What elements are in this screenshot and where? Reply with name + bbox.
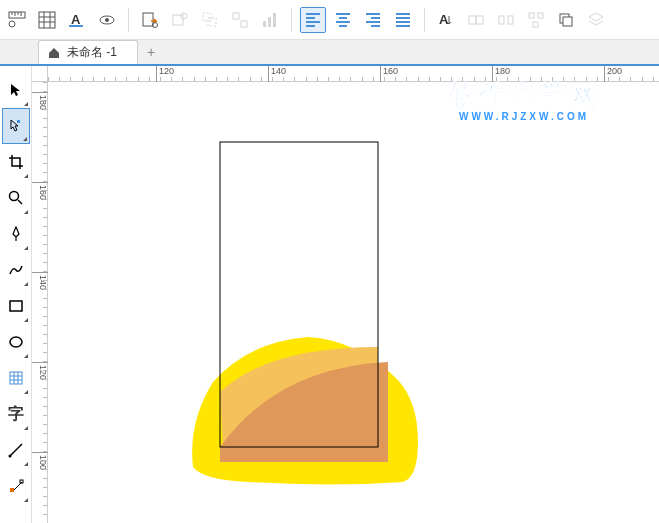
svg-rect-44 <box>476 16 483 24</box>
svg-line-54 <box>18 200 22 204</box>
svg-text:A: A <box>71 12 81 27</box>
export-icon[interactable] <box>137 7 163 33</box>
text-tool[interactable]: 字 <box>2 396 30 432</box>
tab-title: 未命名 -1 <box>67 44 117 61</box>
canvas[interactable]: 软件自学网 WWW.RJZXW.COM <box>48 82 659 523</box>
svg-point-14 <box>105 18 109 22</box>
crop-tool[interactable] <box>2 144 30 180</box>
watermark-sub: WWW.RJZXW.COM <box>449 111 599 122</box>
svg-rect-15 <box>143 13 153 26</box>
align-left-icon[interactable] <box>300 7 326 33</box>
line-tool[interactable] <box>2 432 30 468</box>
watermark-main: 软件自学网 <box>449 80 599 111</box>
svg-point-56 <box>10 337 22 347</box>
ruler-origin[interactable] <box>32 66 48 82</box>
vertical-ruler[interactable]: 18016014012010080 <box>32 82 48 523</box>
home-icon <box>47 46 61 60</box>
group-icon <box>197 7 223 33</box>
ruler-settings-icon[interactable] <box>4 7 30 33</box>
svg-rect-25 <box>273 13 276 27</box>
document-tab[interactable]: 未命名 -1 <box>38 40 138 64</box>
shape-tool[interactable] <box>2 108 30 144</box>
text-direction-icon[interactable]: A <box>433 7 459 33</box>
zoom-tool[interactable] <box>2 180 30 216</box>
align-justify-icon[interactable] <box>390 7 416 33</box>
svg-rect-46 <box>508 16 513 24</box>
table-icon[interactable] <box>34 7 60 33</box>
svg-rect-24 <box>268 17 271 27</box>
svg-rect-20 <box>208 18 216 26</box>
svg-rect-52 <box>17 120 20 123</box>
break-apart-icon <box>493 7 519 33</box>
svg-rect-64 <box>10 488 14 492</box>
separator <box>424 8 425 32</box>
interactive-tool[interactable] <box>2 468 30 504</box>
svg-line-62 <box>10 444 22 456</box>
object-props-icon <box>167 7 193 33</box>
chart-icon <box>257 7 283 33</box>
svg-point-5 <box>9 21 15 27</box>
watermark: 软件自学网 WWW.RJZXW.COM <box>449 77 599 122</box>
layers-icon <box>583 7 609 33</box>
ungroup-icon <box>227 7 253 33</box>
combine-icon <box>463 7 489 33</box>
text-selection-icon[interactable]: A <box>64 7 90 33</box>
rectangle-tool[interactable] <box>2 288 30 324</box>
svg-rect-12 <box>69 25 83 27</box>
align-center-icon[interactable] <box>330 7 356 33</box>
svg-rect-6 <box>39 12 55 28</box>
svg-rect-49 <box>533 22 538 27</box>
ellipse-tool[interactable] <box>2 324 30 360</box>
svg-text:A: A <box>439 12 449 27</box>
main-area: 字 120140160180200 18016014012010080 软件自学… <box>0 66 659 523</box>
svg-rect-19 <box>203 13 211 21</box>
pen-tool[interactable] <box>2 216 30 252</box>
separator <box>128 8 129 32</box>
svg-point-63 <box>8 455 11 458</box>
svg-rect-55 <box>10 301 22 311</box>
svg-rect-21 <box>233 13 239 19</box>
svg-rect-0 <box>9 12 25 18</box>
svg-rect-23 <box>263 21 266 27</box>
svg-rect-51 <box>563 17 572 26</box>
artwork[interactable] <box>48 82 659 523</box>
separator <box>291 8 292 32</box>
svg-rect-57 <box>10 372 22 384</box>
document-tab-bar: 未命名 -1 + <box>0 40 659 66</box>
svg-rect-22 <box>241 21 247 27</box>
svg-rect-48 <box>538 13 543 18</box>
new-tab-button[interactable]: + <box>142 43 160 61</box>
eye-icon[interactable] <box>94 7 120 33</box>
svg-rect-45 <box>499 16 504 24</box>
graph-paper-tool[interactable] <box>2 360 30 396</box>
svg-point-53 <box>9 192 18 201</box>
svg-rect-47 <box>529 13 534 18</box>
toolbox: 字 <box>0 66 32 523</box>
options-bar: A A <box>0 0 659 40</box>
svg-rect-66 <box>20 480 23 483</box>
order-icon[interactable] <box>553 7 579 33</box>
align-distribute-icon <box>523 7 549 33</box>
pick-tool[interactable] <box>2 72 30 108</box>
svg-point-18 <box>181 13 187 19</box>
svg-rect-43 <box>469 16 476 24</box>
freehand-tool[interactable] <box>2 252 30 288</box>
align-right-icon[interactable] <box>360 7 386 33</box>
canvas-area: 120140160180200 18016014012010080 软件自学网 … <box>32 66 659 523</box>
